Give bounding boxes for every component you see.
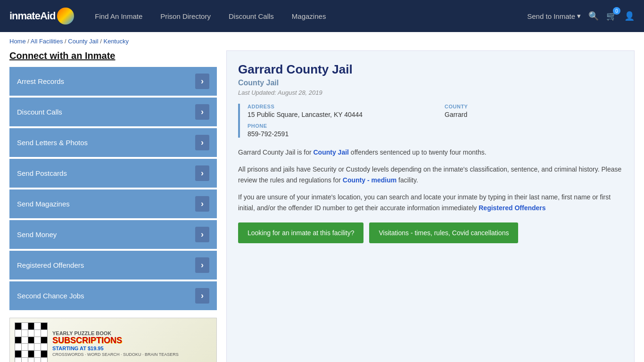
ad-games: CROSSWORDS · WORD SEARCH · SUDOKU · BRAI… <box>52 352 179 357</box>
breadcrumb-state[interactable]: Kentucky <box>103 38 128 45</box>
arrow-icon: › <box>195 74 209 89</box>
facility-info-box: ADDRESS 15 Public Square, Lancaster, KY … <box>238 104 623 138</box>
county-medium-link[interactable]: County - medium <box>343 176 396 184</box>
phone-value: 859-792-2591 <box>248 130 426 138</box>
nav-discount-calls[interactable]: Discount Calls <box>222 8 281 24</box>
county-label: COUNTY <box>445 104 623 109</box>
logo-icon <box>57 8 74 25</box>
description-para-3: If you are unsure of your inmate's locat… <box>238 192 623 213</box>
header: inmateAid Find An Inmate Prison Director… <box>0 0 644 32</box>
sidebar-item-send-magazines[interactable]: Send Magazines › <box>9 189 217 218</box>
connect-title: Connect with an Inmate <box>9 50 217 61</box>
ad-crossword-grid <box>15 322 48 362</box>
arrow-icon: › <box>195 165 209 181</box>
arrow-icon: › <box>195 196 209 212</box>
breadcrumb: Home / All Facilities / County Jail / Ke… <box>0 32 644 50</box>
arrow-icon: › <box>195 135 209 150</box>
breadcrumb-county-jail[interactable]: County Jail <box>68 38 98 45</box>
nav-find-inmate[interactable]: Find An Inmate <box>88 8 149 24</box>
sidebar-item-second-chance-jobs[interactable]: Second Chance Jobs › <box>9 281 217 310</box>
county-value: Garrard <box>445 111 623 118</box>
arrow-icon: › <box>195 257 209 273</box>
sidebar: Connect with an Inmate Arrest Records › … <box>9 50 217 362</box>
logo-text: inmateAid <box>9 10 55 22</box>
header-right: Send to Inmate ▾ 🔍 🛒 0 👤 <box>527 11 635 21</box>
arrow-icon: › <box>195 227 209 242</box>
arrow-icon: › <box>195 288 209 304</box>
sidebar-item-send-letters[interactable]: Send Letters & Photos › <box>9 128 217 157</box>
main-nav: Find An Inmate Prison Directory Discount… <box>88 8 527 24</box>
address-value: 15 Public Square, Lancaster, KY 40444 <box>248 111 426 118</box>
sidebar-item-arrest-records[interactable]: Arrest Records › <box>9 67 217 96</box>
phone-block: PHONE 859-792-2591 <box>248 123 426 138</box>
phone-label: PHONE <box>248 123 426 129</box>
nav-prison-directory[interactable]: Prison Directory <box>154 8 217 24</box>
arrow-icon: › <box>195 104 209 120</box>
send-to-inmate[interactable]: Send to Inmate ▾ <box>527 12 581 20</box>
ad-main-title: SUBSCRIPTIONS <box>52 336 179 346</box>
action-buttons: Looking for an inmate at this facility? … <box>238 222 623 243</box>
facility-type: County Jail <box>238 79 623 87</box>
ad-starting: STARTING AT $19.95 <box>52 346 179 351</box>
search-icon[interactable]: 🔍 <box>588 11 599 21</box>
sidebar-ad[interactable]: YEARLY PUZZLE BOOK SUBSCRIPTIONS STARTIN… <box>9 318 217 362</box>
registered-offenders-link[interactable]: Registered Offenders <box>479 204 545 212</box>
facility-description: Garrard County Jail is for County Jail o… <box>238 147 623 213</box>
county-block: COUNTY Garrard <box>445 104 623 118</box>
sidebar-item-discount-calls[interactable]: Discount Calls › <box>9 98 217 126</box>
ad-content: YEARLY PUZZLE BOOK SUBSCRIPTIONS STARTIN… <box>10 318 216 362</box>
sidebar-item-send-postcards[interactable]: Send Postcards › <box>9 159 217 188</box>
facility-detail: Garrard County Jail County Jail Last Upd… <box>226 50 635 362</box>
main-content: Connect with an Inmate Arrest Records › … <box>0 50 644 362</box>
logo[interactable]: inmateAid <box>9 8 74 25</box>
description-para-1: Garrard County Jail is for County Jail o… <box>238 147 623 157</box>
breadcrumb-home[interactable]: Home <box>9 38 26 45</box>
facility-name: Garrard County Jail <box>238 62 623 77</box>
cart-icon[interactable]: 🛒 0 <box>606 11 617 21</box>
sidebar-item-registered-offenders[interactable]: Registered Offenders › <box>9 251 217 280</box>
cart-badge: 0 <box>613 7 620 15</box>
sidebar-menu: Arrest Records › Discount Calls › Send L… <box>9 67 217 310</box>
find-inmate-button[interactable]: Looking for an inmate at this facility? <box>238 222 363 243</box>
nav-magazines[interactable]: Magazines <box>285 8 333 24</box>
visitation-button[interactable]: Visitations - times, rules, Covid cancel… <box>369 222 518 243</box>
address-label: ADDRESS <box>248 104 426 109</box>
description-para-2: All prisons and jails have Security or C… <box>238 164 623 185</box>
user-icon[interactable]: 👤 <box>624 11 635 21</box>
address-block: ADDRESS 15 Public Square, Lancaster, KY … <box>248 104 426 118</box>
breadcrumb-all-facilities[interactable]: All Facilities <box>31 38 63 45</box>
sidebar-item-send-money[interactable]: Send Money › <box>9 220 217 249</box>
facility-updated: Last Updated: August 28, 2019 <box>238 89 623 96</box>
county-jail-link[interactable]: County Jail <box>314 148 349 156</box>
